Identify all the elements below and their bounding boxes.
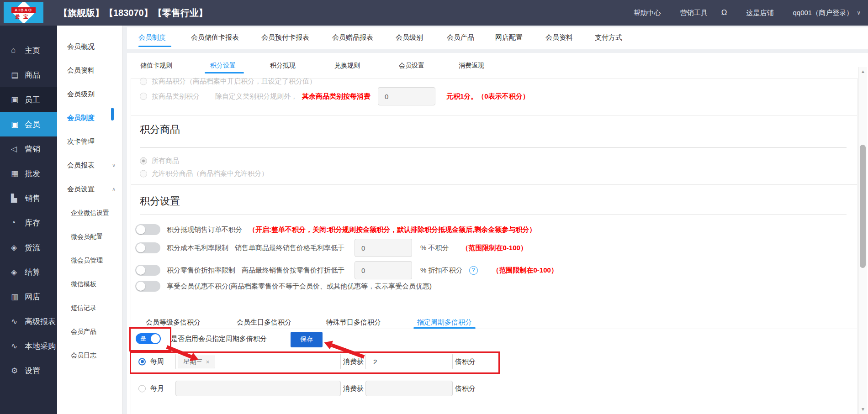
discount-rate-input[interactable] [355,261,412,279]
gross-margin-input[interactable] [355,239,412,257]
sidebar-item-member-product[interactable]: 会员产品 [57,320,122,343]
tab-member-settings[interactable]: 会员设置 [399,58,424,72]
sidebar-item-goods[interactable]: ▤商品 [0,63,57,87]
shop-name-link[interactable]: 这是店铺 [746,9,773,17]
rule-by-category-row: 按商品类别积分 除自定义类别积分规则外， 其余商品类别按每消费 元积1分。（0表… [140,87,529,105]
sidebar-item-advanced-reports[interactable]: ∿高级报表 [0,309,57,334]
gross-margin-red-note: （范围限制在0-100） [462,244,527,252]
radio-all-goods[interactable] [140,157,147,164]
sidebar-item-sales[interactable]: ▙销售 [0,186,57,210]
list-icon: ▦ [11,169,25,178]
enable-period-label: 是否启用会员指定周期多倍积分 [171,335,267,343]
scroll-up-icon[interactable]: ▲ [859,68,867,75]
tab-online-shop-config[interactable]: 网店配置 [495,27,523,49]
radio-monthly[interactable] [138,385,146,392]
enable-period-toggle[interactable]: 是 [136,333,161,344]
consume-label: 消费获 [343,357,364,366]
sidebar-item-marketing[interactable]: ◁营销 [0,136,57,161]
help-center-link[interactable]: 帮助中心 [634,9,661,17]
sidebar-item-member[interactable]: ▣会员 [0,112,57,136]
vertical-scrollbar[interactable]: ▲ ▼ [858,67,867,414]
chevron-down-icon: ∨ [112,153,116,177]
monthly-multiplier-input[interactable] [365,381,453,396]
cash-redeem-toggle[interactable] [135,224,160,235]
close-icon[interactable]: × [206,358,209,366]
sidebar-item-online-shop[interactable]: ▥网店 [0,284,57,309]
section-divider [131,115,857,115]
brand-logo[interactable]: AIBAO 爱宝 [4,2,43,23]
sidebar-item-wholesale[interactable]: ▦批发 [0,161,57,186]
line-chart-icon: ∿ [11,317,25,326]
rule-by-category-note: 除自定义类别积分规则外， [215,92,297,101]
tab-birthday-multi-points[interactable]: 会员生日多倍积分 [237,316,291,329]
tab-period-multi-points[interactable]: 指定周期多倍积分 [417,316,472,329]
radio-weekly[interactable] [138,358,146,365]
chevron-down-icon[interactable]: ∨ [857,10,861,16]
monthday-select-input[interactable] [175,381,341,396]
sidebar-item-wecom-settings[interactable]: 企业微信设置 [57,201,122,225]
allowed-goods-row: 允许积分商品（商品档案中允许积分） [140,169,268,178]
tab-exchange-rules[interactable]: 兑换规则 [334,58,360,72]
sidebar-item-settings[interactable]: ⚙设置 [0,358,57,383]
sidebar-item-member-overview[interactable]: 会员概况 [57,35,122,58]
sidebar-item-local-purchase[interactable]: ∿本地采购 [0,334,57,358]
chevron-up-icon: ∧ [112,177,116,201]
sidebar-item-staff[interactable]: ▣员工 [0,87,57,112]
tab-level-multi-points[interactable]: 会员等级多倍积分 [146,316,201,329]
id-card-icon: ▣ [11,95,25,105]
scrollbar-thumb[interactable] [860,145,866,268]
gross-margin-toggle[interactable] [135,242,160,253]
tab-payment-method[interactable]: 支付方式 [595,27,622,49]
sidebar-item-member-log[interactable]: 会员日志 [57,343,122,367]
sidebar-item-member-reports[interactable]: 会员报表∨ [57,153,122,177]
radio-allowed-goods[interactable] [140,170,147,177]
sidebar-item-sms-records[interactable]: 短信记录 [57,296,122,320]
tab-points-settings[interactable]: 积分设置 [210,58,236,72]
tab-festival-multi-points[interactable]: 特殊节日多倍积分 [326,316,381,329]
logo-text-en: AIBAO [11,7,36,13]
tab-member-profile[interactable]: 会员资料 [545,27,573,49]
sidebar-item-pass-card[interactable]: 次卡管理 [57,130,122,153]
sidebar-item-label: 商品 [25,70,40,80]
discount-rate-suffix: % 折扣不积分 [420,266,463,275]
sidebar-item-wechat-template[interactable]: 微信模板 [57,272,122,296]
sidebar-item-logistics[interactable]: ◈货流 [0,235,57,260]
weekly-multiplier-input[interactable] [365,354,453,369]
tab-points-redeem-cash[interactable]: 积分抵现 [270,58,296,72]
member-discount-toggle[interactable] [135,281,160,292]
marketing-tools-link[interactable]: 营销工具 [680,9,708,17]
weekday-tag[interactable]: 星期三 × [178,356,215,368]
sidebar-item-home[interactable]: ⌂主页 [0,38,57,63]
radio-by-product[interactable] [140,78,147,85]
tab-stored-value-report[interactable]: 会员储值卡报表 [191,27,239,49]
sidebar-item-settlement[interactable]: ◈结算 [0,260,57,284]
tab-prepaid-card-report[interactable]: 会员预付卡报表 [261,27,309,49]
sidebar-item-wechat-member-config[interactable]: 微会员配置 [57,225,122,248]
tab-consume-cashback[interactable]: 消费返现 [459,58,484,72]
account-menu[interactable]: qq001（商户登录） [793,9,853,17]
sidebar-item-inventory[interactable]: ◔库存 [0,210,57,235]
save-button[interactable]: 保存 [291,332,323,347]
weekly-rule-row: 每周 [138,357,164,366]
store-icon: ▤ [11,70,25,80]
category-amount-input[interactable] [378,87,435,105]
line-chart-icon: ∿ [11,341,25,351]
radio-by-category[interactable] [140,93,147,100]
tab-member-level[interactable]: 会员级别 [396,27,423,49]
help-circle-icon[interactable]: ? [469,266,478,275]
weekly-label: 每周 [150,357,164,366]
tab-stored-card-rules[interactable]: 储值卡规则 [140,58,172,72]
sidebar-item-wechat-member-manage[interactable]: 微会员管理 [57,248,122,272]
sidebar-item-member-profile[interactable]: 会员资料 [57,58,122,82]
scroll-down-icon[interactable]: ▼ [859,406,867,413]
cash-redeem-label: 积分抵现销售订单不积分 [167,225,242,234]
sidebar-item-member-level[interactable]: 会员级别 [57,82,122,106]
sidebar-item-label: 网店 [25,292,40,302]
discount-rate-toggle[interactable] [135,265,160,276]
bell-icon[interactable]: Ω [721,8,727,17]
primary-tab-bar: 会员制度 会员储值卡报表 会员预付卡报表 会员赠品报表 会员级别 会员产品 网店… [127,27,868,49]
discount-rate-label2: 商品最终销售价按零售价打折低于 [242,266,344,275]
tab-gift-report[interactable]: 会员赠品报表 [332,27,373,49]
sidebar-item-member-settings[interactable]: 会员设置∧ [57,177,122,201]
tab-member-product[interactable]: 会员产品 [447,27,474,49]
